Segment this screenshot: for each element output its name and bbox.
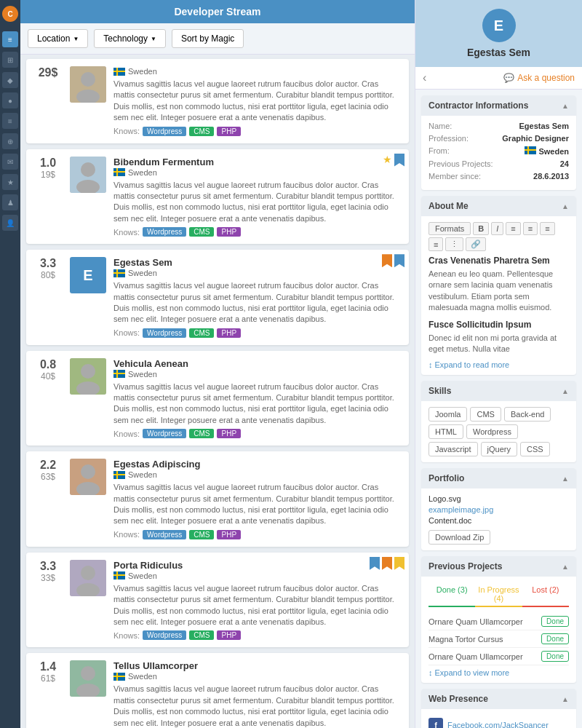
nav-icon-home[interactable]: ≡ <box>2 31 18 47</box>
svg-point-6 <box>81 162 95 177</box>
contractor-card[interactable]: 29$ SwedenVivamus sagittis lacus vel aug… <box>26 59 409 143</box>
skill-tag[interactable]: HTML <box>428 424 463 439</box>
action-bar: ‹ 💬 Ask a question <box>415 67 582 90</box>
tab-done[interactable]: Done (3) <box>428 582 475 607</box>
bookmark-yellow-icon[interactable] <box>394 557 404 570</box>
nav-icon-user[interactable]: 👤 <box>2 215 18 231</box>
sweden-flag-icon <box>113 370 125 378</box>
contractor-info-header[interactable]: Contractor Informations ▲ <box>421 95 576 116</box>
contractor-card[interactable]: 2.263$ Egestas AdipiscingSwedenVivamus s… <box>26 451 409 547</box>
sweden-flag-icon <box>113 571 125 579</box>
page-header: Developer Stream <box>20 0 415 23</box>
svg-point-18 <box>81 666 95 681</box>
nav-icon-grid[interactable]: ⊞ <box>2 52 18 68</box>
previous-projects-header[interactable]: Previous Projects ▲ <box>421 556 576 577</box>
ask-question-link[interactable]: 💬 Ask a question <box>503 73 575 83</box>
skill-tag: CMS <box>189 127 214 136</box>
contractor-price: 80$ <box>41 270 55 280</box>
link-btn[interactable]: 🔗 <box>466 237 486 251</box>
nav-icon-puzzle[interactable]: ♟ <box>2 194 18 210</box>
skill-tag[interactable]: jQuery <box>481 442 517 456</box>
contractor-info: SwedenVivamus sagittis lacus vel augue l… <box>113 66 402 136</box>
skill-tag[interactable]: Javascript <box>428 442 478 456</box>
skill-tag[interactable]: CMS <box>470 407 501 422</box>
italic-btn[interactable]: I <box>491 222 503 235</box>
back-button[interactable]: ‹ <box>423 71 426 84</box>
knows-label: Knows: <box>113 328 140 337</box>
nav-icon-msg[interactable]: ✉ <box>2 154 18 170</box>
facebook-link[interactable]: Facebook.com/JackSpancer <box>447 721 549 728</box>
web-presence-header[interactable]: Web Presence ▲ <box>421 689 576 709</box>
contractor-card[interactable]: 3.333$ Porta RidiculusSwedenVivamus sagi… <box>26 553 409 648</box>
contractor-avatar <box>70 459 106 495</box>
sweden-flag-icon <box>113 269 125 277</box>
knows-label: Knows: <box>113 631 140 640</box>
country-name: Sweden <box>128 168 157 177</box>
svg-point-9 <box>81 364 95 379</box>
bookmark-orange-icon[interactable] <box>382 254 392 267</box>
contractor-country: Sweden <box>113 67 402 76</box>
bookmark-blue-icon[interactable] <box>394 154 404 167</box>
align-left-btn[interactable]: ≡ <box>506 222 520 235</box>
portfolio-chevron: ▲ <box>562 475 569 483</box>
right-panel: E Egestas Sem ‹ 💬 Ask a question Contrac… <box>415 0 582 728</box>
contractor-card[interactable]: 0.840$ Vehicula AeneanSwedenVivamus sagi… <box>26 351 409 446</box>
country-name: Sweden <box>128 370 157 379</box>
proj-item-3: Ornare Quam Ullamcorper Done <box>428 648 569 665</box>
tab-inprogress[interactable]: In Progress (4) <box>475 582 522 607</box>
portfolio-file-1: Logo.svg <box>428 494 569 503</box>
skill-tag: PHP <box>217 429 241 438</box>
bookmark-blue-icon[interactable] <box>370 557 380 570</box>
nav-icon-circle[interactable]: ● <box>2 92 18 108</box>
about-me-body: Formats B I ≡ ≡ ≡ ≡ ⋮ 🔗 Cras Venenatis P… <box>421 216 576 375</box>
skill-tag: PHP <box>217 328 241 338</box>
contractor-card[interactable]: 3.380$EEgestas SemSwedenVivamus sagittis… <box>26 250 409 345</box>
bold-btn[interactable]: B <box>473 222 489 235</box>
portfolio-body: Logo.svg exampleimage.jpg Content.doc Do… <box>421 488 576 550</box>
bookmark-blue-icon[interactable] <box>394 254 404 267</box>
sweden-flag-icon <box>113 673 125 681</box>
skill-tag[interactable]: Back-end <box>504 407 551 422</box>
list-btn[interactable]: ⋮ <box>445 237 463 251</box>
expand-projects-link[interactable]: ↕ Expand to view more <box>428 668 569 677</box>
nav-icon-star[interactable]: ★ <box>2 174 18 190</box>
portfolio-header[interactable]: Portfolio ▲ <box>421 468 576 488</box>
nav-icon-diamond[interactable]: ◆ <box>2 72 18 88</box>
download-zip-button[interactable]: Download Zip <box>428 530 490 545</box>
info-row-from: From: Sweden <box>428 146 569 156</box>
knows-label: Knows: <box>113 430 140 438</box>
bookmark-orange-icon[interactable] <box>382 557 392 570</box>
skill-tag[interactable]: Joomla <box>428 407 467 422</box>
skill-tag[interactable]: Wordpress <box>466 424 518 439</box>
nav-icon-plus[interactable]: ⊕ <box>2 133 18 149</box>
expand-projects-icon: ↕ <box>428 668 433 677</box>
contractor-description: Vivamus sagittis lacus vel augue laoreet… <box>113 180 402 225</box>
contractor-description: Vivamus sagittis lacus vel augue laoreet… <box>113 381 402 427</box>
contractor-description: Vivamus sagittis lacus vel augue laoreet… <box>113 482 402 527</box>
expand-about-link[interactable]: ↕ Expand to read more <box>428 360 569 369</box>
skills-header[interactable]: Skills ▲ <box>421 381 576 401</box>
contractor-name: Tellus Ullamcorper <box>113 660 402 671</box>
contractor-score: 1.4 <box>40 660 56 673</box>
contractor-card[interactable]: 1.461$ Tellus UllamcorperSwedenVivamus s… <box>26 653 409 728</box>
contractor-name: Egestas Sem <box>113 257 402 268</box>
align-right-btn[interactable]: ≡ <box>540 222 554 235</box>
proj-item-1: Ornare Quam Ullamcorper Done <box>428 613 569 630</box>
bookmark-star-icon[interactable]: ★ <box>383 154 392 167</box>
skill-tag[interactable]: CSS <box>520 442 550 456</box>
contractor-description: Vivamus sagittis lacus vel augue laoreet… <box>113 684 402 728</box>
align-center-btn[interactable]: ≡ <box>523 222 538 235</box>
app-logo[interactable]: C <box>2 6 18 22</box>
technology-filter[interactable]: Technology ▼ <box>94 29 166 48</box>
contractor-score: 3.3 <box>40 560 56 573</box>
sort-filter[interactable]: Sort by Magic <box>172 29 244 48</box>
location-filter[interactable]: Location ▼ <box>28 29 88 48</box>
about-me-header[interactable]: About Me ▲ <box>421 196 576 216</box>
portfolio-file-2[interactable]: exampleimage.jpg <box>428 505 569 514</box>
align-justify-btn[interactable]: ≡ <box>428 237 443 251</box>
contractor-price: 33$ <box>41 573 55 583</box>
nav-icon-list[interactable]: ≡ <box>2 113 18 129</box>
contractor-card[interactable]: 1.019$ Bibendum FermentumSwedenVivamus s… <box>26 149 409 245</box>
tab-lost[interactable]: Lost (2) <box>522 582 569 607</box>
formats-btn[interactable]: Formats <box>428 222 471 235</box>
